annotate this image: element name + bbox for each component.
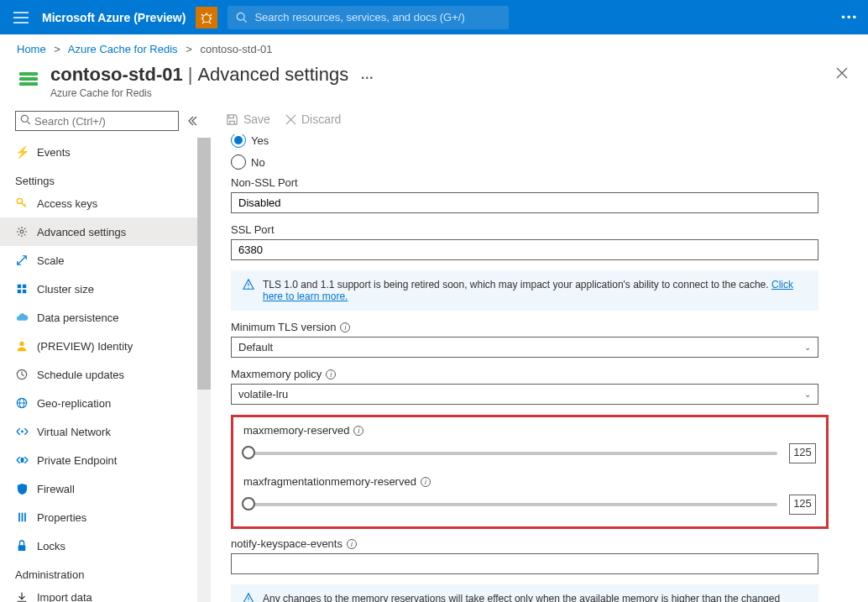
topbar-more-icon[interactable]: ••• <box>841 11 858 24</box>
sidebar-item-properties[interactable]: Properties <box>0 503 211 531</box>
sidebar-item-advanced-settings[interactable]: Advanced settings <box>0 217 211 246</box>
sidebar-item-label: Access keys <box>37 197 97 210</box>
resource-name: contoso-std-01 <box>50 64 183 86</box>
scale-icon <box>15 254 29 267</box>
close-blade-icon[interactable] <box>833 64 851 82</box>
sidebar-item-geo-replication[interactable]: Geo-replication <box>0 389 211 417</box>
sidebar-item-access-keys[interactable]: Access keys <box>0 189 211 217</box>
breadcrumb-home[interactable]: Home <box>17 43 46 55</box>
sidebar-item-label: Data persistence <box>37 311 119 324</box>
mintls-label: Minimum TLS version <box>231 321 336 333</box>
import-icon <box>15 590 29 602</box>
save-button[interactable]: Save <box>226 113 270 126</box>
sidebar-item-import-data[interactable]: Import data <box>0 583 211 602</box>
sidebar-item-cluster-size[interactable]: Cluster size <box>0 275 211 303</box>
nonssl-port-input[interactable] <box>231 192 818 213</box>
svg-rect-18 <box>18 545 26 551</box>
sidebar-item-label: Firewall <box>37 483 75 495</box>
svg-rect-4 <box>19 82 38 86</box>
top-bar: Microsoft Azure (Preview) Search resourc… <box>0 0 868 34</box>
key-icon <box>15 196 29 210</box>
svg-rect-9 <box>23 285 26 288</box>
svg-rect-8 <box>18 285 21 288</box>
svg-point-6 <box>17 198 22 203</box>
maxmem-reserved-slider[interactable] <box>243 452 777 455</box>
breadcrumb-parent[interactable]: Azure Cache for Redis <box>68 43 178 55</box>
discard-icon <box>285 114 296 125</box>
collapse-sidebar-icon[interactable] <box>186 114 199 128</box>
info-icon[interactable]: i <box>347 539 357 549</box>
sidebar-item-label: Properties <box>37 511 86 524</box>
sidebar-search-input[interactable] <box>15 111 179 131</box>
warning-icon <box>243 593 254 602</box>
mintls-select[interactable]: Default ⌄ <box>231 337 818 358</box>
search-icon <box>236 12 248 24</box>
sidebar-item-label: Locks <box>37 540 65 552</box>
sidebar-item-scale[interactable]: Scale <box>0 246 211 275</box>
breadcrumb-current: contoso-std-01 <box>200 43 272 55</box>
redis-resource-icon <box>17 67 40 91</box>
sidebar-section-settings: Settings <box>0 166 211 189</box>
breadcrumb: Home > Azure Cache for Redis > contoso-s… <box>0 34 868 59</box>
sidebar-item-data-persistence[interactable]: Data persistence <box>0 303 211 332</box>
sidebar-item-identity[interactable]: (PREVIEW) Identity <box>0 332 211 360</box>
bolt-icon: ⚡ <box>15 145 29 159</box>
svg-point-12 <box>19 342 24 346</box>
gear-icon <box>15 225 29 238</box>
maxfrag-label: maxfragmentationmemory-reserved <box>243 475 416 488</box>
search-placeholder: Search resources, services, and docs (G+… <box>254 11 464 24</box>
slider-thumb[interactable] <box>242 497 255 510</box>
maxmem-policy-label: Maxmemory policy <box>231 368 322 380</box>
clock-icon <box>15 368 29 381</box>
maxmem-policy-select[interactable]: volatile-lru ⌄ <box>231 384 818 405</box>
ssl-port-input[interactable] <box>231 239 818 260</box>
slider-thumb[interactable] <box>242 446 255 459</box>
globe-icon <box>15 396 29 410</box>
identity-icon <box>15 339 29 353</box>
sidebar-item-label: Schedule updates <box>37 369 124 381</box>
command-bar: Save Discard <box>211 106 868 134</box>
info-icon[interactable]: i <box>340 322 350 332</box>
hamburger-icon[interactable] <box>10 8 32 27</box>
warning-icon <box>243 279 254 302</box>
ssl-port-label: SSL Port <box>231 223 848 236</box>
sidebar-item-virtual-network[interactable]: Virtual Network <box>0 417 211 446</box>
brand-label[interactable]: Microsoft Azure (Preview) <box>42 11 186 24</box>
chevron-down-icon: ⌄ <box>804 390 811 399</box>
maxfrag-value[interactable]: 125 <box>789 495 816 515</box>
header-more-icon[interactable]: … <box>360 67 374 82</box>
maxmem-reserved-value[interactable]: 125 <box>789 443 816 463</box>
sidebar-item-events[interactable]: ⚡ Events <box>0 138 211 166</box>
sidebar-item-schedule-updates[interactable]: Schedule updates <box>0 360 211 389</box>
page-header: contoso-std-01 | Advanced settings … Azu… <box>0 59 868 106</box>
info-icon[interactable]: i <box>421 477 431 487</box>
endpoint-icon <box>15 453 29 467</box>
sidebar-item-label: Virtual Network <box>37 426 111 438</box>
maxfrag-slider[interactable] <box>243 503 777 506</box>
sidebar-item-label: (PREVIEW) Identity <box>37 340 133 353</box>
highlighted-memory-section: maxmemory-reservedi 125 maxfragmentation… <box>231 415 829 529</box>
svg-rect-10 <box>18 290 21 293</box>
discard-button[interactable]: Discard <box>285 113 341 126</box>
sidebar-item-private-endpoint[interactable]: Private Endpoint <box>0 446 211 474</box>
notify-keyspace-input[interactable] <box>231 553 818 574</box>
info-icon[interactable]: i <box>326 369 336 380</box>
sidebar-section-admin: Administration <box>0 560 211 583</box>
radio-icon <box>231 154 246 170</box>
sidebar-item-firewall[interactable]: Firewall <box>0 474 211 503</box>
props-icon <box>15 510 29 524</box>
svg-rect-11 <box>23 290 26 293</box>
sidebar-item-label: Private Endpoint <box>37 454 117 467</box>
radio-yes[interactable]: Yes <box>231 134 848 148</box>
global-search[interactable]: Search resources, services, and docs (G+… <box>227 6 509 29</box>
shield-icon <box>15 482 29 495</box>
save-icon <box>226 113 238 126</box>
sidebar-item-locks[interactable]: Locks <box>0 531 211 560</box>
cluster-icon <box>15 282 29 296</box>
sidebar-item-label: Geo-replication <box>37 397 111 410</box>
radio-no[interactable]: No <box>231 154 848 170</box>
info-icon[interactable]: i <box>353 426 363 436</box>
svg-point-1 <box>238 13 245 20</box>
sidebar-scrollbar[interactable] <box>197 138 211 602</box>
preview-bug-icon[interactable] <box>196 7 217 29</box>
